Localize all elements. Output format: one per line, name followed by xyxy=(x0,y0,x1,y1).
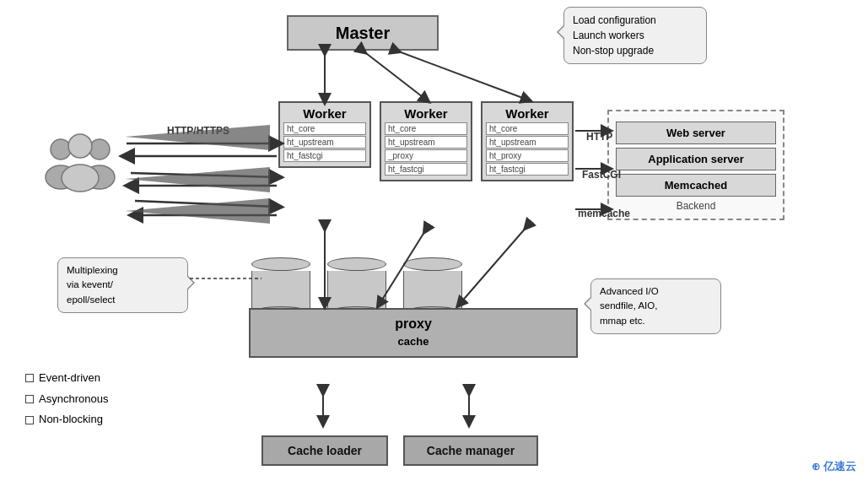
worker-3: Worker ht_core ht_upstream ht_proxy ht_f… xyxy=(481,101,574,181)
advanced-io-bubble: Advanced I/O sendfile, AIO, mmap etc. xyxy=(590,278,721,334)
speech-line-2: Launch workers xyxy=(573,28,698,43)
legend-sq-3 xyxy=(25,416,34,424)
worker-2-mod-2: ht_upstream xyxy=(385,136,467,149)
users-icon xyxy=(42,131,118,194)
adv-line-2: sendfile, AIO, xyxy=(600,299,712,313)
users-area xyxy=(42,131,118,197)
backend-panel: Web server Application server Memcached … xyxy=(607,110,784,220)
worker-1: Worker ht_core ht_upstream ht_fastcgi xyxy=(278,101,371,168)
cache-manager-label: Cache manager xyxy=(427,444,515,457)
svg-line-11 xyxy=(131,173,277,177)
http-label: HTTP xyxy=(586,131,612,143)
http-https-label: HTTP/HTTPS xyxy=(167,125,229,137)
memcached-item: Memcached xyxy=(616,174,776,197)
svg-line-13 xyxy=(135,201,277,207)
cache-label: cache xyxy=(259,335,568,348)
worker-3-mod-2: ht_upstream xyxy=(486,136,569,149)
adv-line-1: Advanced I/O xyxy=(600,284,712,299)
worker-2-mod-1: ht_core xyxy=(385,122,467,135)
legend-item-2: Asynchronous xyxy=(25,389,108,410)
arrows-overlay xyxy=(0,0,868,481)
multi-line-3: epoll/select xyxy=(67,293,179,307)
backend-label: Backend xyxy=(616,200,776,212)
multi-line-2: via kevent/ xyxy=(67,278,179,292)
worker-2-title: Worker xyxy=(385,106,467,121)
worker-2-mod-3: _proxy xyxy=(385,149,467,162)
svg-marker-24 xyxy=(125,167,270,192)
worker-1-mod-1: ht_core xyxy=(283,122,366,135)
worker-1-mod-2: ht_upstream xyxy=(283,136,366,149)
legend-label-2: Asynchronous xyxy=(39,389,108,410)
worker-1-box: Worker ht_core ht_upstream ht_fastcgi xyxy=(278,101,371,168)
legend-item-1: Event-driven xyxy=(25,368,108,389)
worker-2-mod-4: ht_fastcgi xyxy=(385,163,467,176)
web-server-item: Web server xyxy=(616,122,776,144)
legend-label-3: Non-blocking xyxy=(39,409,103,430)
worker-3-box: Worker ht_core ht_upstream ht_proxy ht_f… xyxy=(481,101,574,181)
speech-line-3: Non-stop upgrade xyxy=(573,43,698,58)
worker-1-title: Worker xyxy=(283,106,366,121)
worker-1-mod-3: ht_fastcgi xyxy=(283,149,366,162)
svg-line-17 xyxy=(460,226,527,304)
svg-point-0 xyxy=(51,139,71,159)
svg-point-5 xyxy=(62,165,99,192)
legend-label-1: Event-driven xyxy=(39,368,100,389)
speech-line-1: Load configuration xyxy=(573,13,698,28)
app-server-item: Application server xyxy=(616,148,776,170)
diagram: Master Load configuration Launch workers… xyxy=(0,0,868,481)
legend: Event-driven Asynchronous Non-blocking xyxy=(25,368,108,430)
proxy-label: proxy xyxy=(259,310,568,335)
legend-item-3: Non-blocking xyxy=(25,409,108,430)
memcache-label: memcache xyxy=(578,208,630,219)
worker-2: Worker ht_core ht_upstream _proxy ht_fas… xyxy=(380,101,472,181)
worker-2-box: Worker ht_core ht_upstream _proxy ht_fas… xyxy=(380,101,472,181)
fastcgi-label: FastCGI xyxy=(582,169,621,181)
cache-manager-box: Cache manager xyxy=(403,435,538,466)
watermark: ⊕ 亿速云 xyxy=(811,459,856,474)
master-label: Master xyxy=(336,24,390,43)
svg-point-4 xyxy=(68,134,92,158)
speech-bubble: Load configuration Launch workers Non-st… xyxy=(563,7,707,64)
svg-line-7 xyxy=(363,51,426,100)
multi-line-1: Multiplexing xyxy=(67,263,179,278)
worker-3-mod-1: ht_core xyxy=(486,122,569,135)
svg-line-8 xyxy=(396,51,527,100)
legend-sq-2 xyxy=(25,395,34,403)
cache-loader-box: Cache loader xyxy=(261,435,388,466)
legend-sq-1 xyxy=(25,374,34,382)
worker-3-mod-4: ht_fastcgi xyxy=(486,163,569,176)
adv-line-3: mmap etc. xyxy=(600,314,712,328)
cache-loader-label: Cache loader xyxy=(288,444,362,457)
proxy-cache-area: proxy cache xyxy=(249,308,578,358)
worker-3-title: Worker xyxy=(486,106,569,121)
master-box: Master xyxy=(287,15,439,51)
svg-marker-25 xyxy=(125,198,270,224)
svg-point-2 xyxy=(89,139,110,159)
multiplexing-bubble: Multiplexing via kevent/ epoll/select xyxy=(57,257,188,313)
watermark-text: 亿速云 xyxy=(823,460,856,473)
worker-3-mod-3: ht_proxy xyxy=(486,149,569,162)
